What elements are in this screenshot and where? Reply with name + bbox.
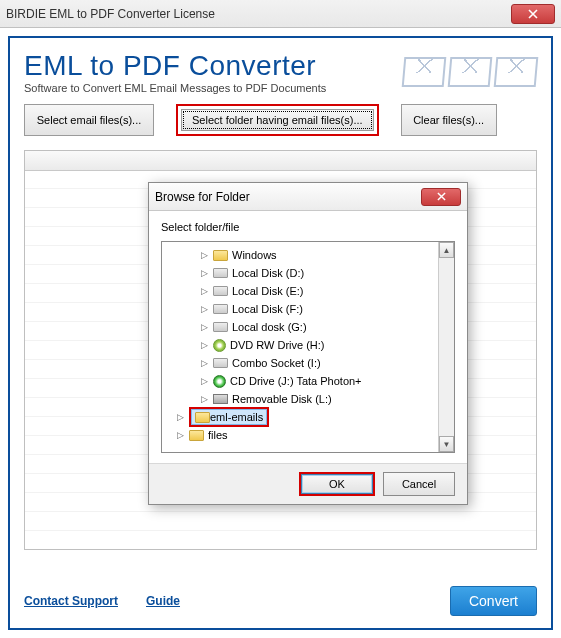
tree-item[interactable]: ▷Removable Disk (L:) (162, 390, 454, 408)
drive-icon (213, 358, 228, 368)
cd-icon (213, 375, 226, 388)
folder-icon (213, 250, 228, 261)
drive-icon (213, 304, 228, 314)
tree-item[interactable]: ▷Windows (162, 246, 454, 264)
ok-button[interactable]: OK (301, 474, 373, 494)
dialog-instruction: Select folder/file (161, 221, 455, 233)
expand-icon[interactable]: ▷ (200, 358, 209, 368)
close-icon (437, 192, 446, 201)
window-close-button[interactable] (511, 4, 555, 24)
folder-tree[interactable]: ▷Windows▷Local Disk (D:)▷Local Disk (E:)… (161, 241, 455, 453)
expand-icon[interactable]: ▷ (200, 376, 209, 386)
tree-item[interactable]: ▷Combo Socket (I:) (162, 354, 454, 372)
highlight-select-folder: Select folder having email files(s)... (176, 104, 379, 136)
dialog-button-row: OK Cancel (149, 463, 467, 504)
tree-item-label: Local Disk (E:) (232, 285, 304, 297)
expand-icon[interactable]: ▷ (200, 340, 209, 350)
expand-icon[interactable]: ▷ (176, 430, 185, 440)
tree-item[interactable]: ▷Local dosk (G:) (162, 318, 454, 336)
tree-item[interactable]: ▷files (162, 426, 454, 444)
cancel-button[interactable]: Cancel (383, 472, 455, 496)
convert-button[interactable]: Convert (450, 586, 537, 616)
drive-icon (213, 268, 228, 278)
clear-files-button[interactable]: Clear files(s)... (401, 104, 497, 136)
file-list-header (25, 151, 536, 171)
highlight-selected-folder: eml-emails (189, 407, 269, 427)
drive-icon (213, 286, 228, 296)
app-title: EML to PDF Converter (24, 50, 326, 82)
expand-icon[interactable]: ▷ (200, 250, 209, 260)
window-title: BIRDIE EML to PDF Converter License (6, 7, 215, 21)
expand-icon[interactable]: ▷ (200, 304, 209, 314)
folder-icon (189, 430, 204, 441)
expand-icon[interactable]: ▷ (200, 394, 209, 404)
select-email-files-button[interactable]: Select email files(s)... (24, 104, 154, 136)
tree-item-label: CD Drive (J:) Tata Photon+ (230, 375, 362, 387)
tree-item[interactable]: ▷Local Disk (F:) (162, 300, 454, 318)
expand-icon[interactable]: ▷ (200, 268, 209, 278)
folder-icon (195, 412, 210, 423)
envelope-icon (448, 57, 493, 87)
contact-support-link[interactable]: Contact Support (24, 594, 118, 608)
tree-item[interactable]: ▷CD Drive (J:) Tata Photon+ (162, 372, 454, 390)
tree-item-label: Combo Socket (I:) (232, 357, 321, 369)
guide-link[interactable]: Guide (146, 594, 180, 608)
dialog-close-button[interactable] (421, 188, 461, 206)
tree-item-label: Local dosk (G:) (232, 321, 307, 333)
footer: Contact Support Guide Convert (24, 586, 537, 616)
tree-item-label: DVD RW Drive (H:) (230, 339, 325, 351)
envelope-icon (494, 57, 539, 87)
tree-item[interactable]: ▷DVD RW Drive (H:) (162, 336, 454, 354)
tree-item-label: Removable Disk (L:) (232, 393, 332, 405)
window-titlebar: BIRDIE EML to PDF Converter License (0, 0, 561, 28)
drive-icon (213, 322, 228, 332)
highlight-ok: OK (299, 472, 375, 496)
expand-icon[interactable]: ▷ (200, 322, 209, 332)
tree-item-label: eml-emails (210, 411, 263, 423)
app-subtitle: Software to Convert EML Email Messages t… (24, 82, 326, 94)
close-icon (528, 9, 538, 19)
tree-item[interactable]: ▷eml-emails (162, 408, 454, 426)
tree-item-label: Local Disk (F:) (232, 303, 303, 315)
expand-icon[interactable]: ▷ (200, 286, 209, 296)
toolbar: Select email files(s)... Select folder h… (24, 104, 537, 136)
dvd-icon (213, 339, 226, 352)
dialog-title: Browse for Folder (155, 190, 250, 204)
tree-item-label: Local Disk (D:) (232, 267, 304, 279)
app-header: EML to PDF Converter Software to Convert… (24, 50, 537, 94)
expand-icon[interactable]: ▷ (176, 412, 185, 422)
tree-item[interactable]: ▷Local Disk (D:) (162, 264, 454, 282)
scroll-down-button[interactable]: ▼ (439, 436, 454, 452)
scroll-up-button[interactable]: ▲ (439, 242, 454, 258)
tree-item[interactable]: ▷Local Disk (E:) (162, 282, 454, 300)
tree-scrollbar[interactable]: ▲ ▼ (438, 242, 454, 452)
remov-icon (213, 394, 228, 404)
browse-folder-dialog: Browse for Folder Select folder/file ▷Wi… (148, 182, 468, 505)
dialog-titlebar: Browse for Folder (149, 183, 467, 211)
tree-item-label: files (208, 429, 228, 441)
envelope-icon (402, 57, 447, 87)
tree-item-label: Windows (232, 249, 277, 261)
envelope-icon-group (403, 57, 537, 87)
select-folder-button[interactable]: Select folder having email files(s)... (181, 109, 374, 131)
